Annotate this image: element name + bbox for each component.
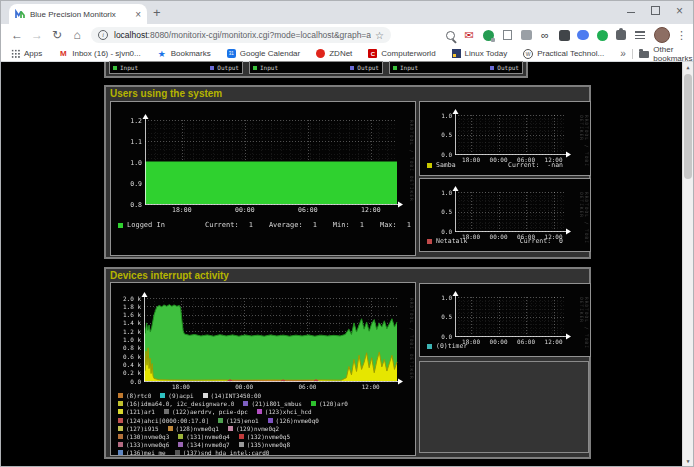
- y-axis-tick: 0.9: [111, 180, 142, 188]
- legend-item: Current:-nan: [508, 161, 563, 169]
- bookmarks-overflow-chevron[interactable]: »: [620, 48, 626, 59]
- graph-panel-netatalk-users[interactable]: Netatalk users (1day)Users1.00.50.018:00…: [419, 178, 591, 252]
- scrollbar-down-arrow-icon[interactable]: ▼: [683, 456, 693, 466]
- legend-item: (124)ahci[0000:00:17.0]: [118, 417, 209, 424]
- vertical-scrollbar[interactable]: ▲ ▼: [682, 62, 693, 466]
- legend-label: (128)nvme0q1: [176, 425, 219, 432]
- profile-avatar[interactable]: [654, 27, 670, 43]
- green-badge-icon[interactable]: [594, 27, 610, 43]
- copy-pages-icon[interactable]: [499, 27, 515, 43]
- extensions-puzzle-icon[interactable]: [613, 27, 629, 43]
- graph-panel-samba-users[interactable]: Samba users (1day)Users1.00.50.018:0000:…: [419, 101, 591, 176]
- bookmark-inbox[interactable]: MInbox (16) - sjvn0...: [58, 49, 140, 59]
- x-axis-tick: 18:00: [167, 383, 195, 390]
- gmail-icon[interactable]: ✉: [461, 27, 477, 43]
- legend-item: (122)aerdrv, pcie-dpc: [164, 408, 248, 415]
- legend-item: (21)i801_smbus: [243, 400, 302, 407]
- legend-item: (131)nvme0q4: [178, 433, 229, 440]
- cutoff-graph-panel[interactable]: InputOutput: [249, 61, 383, 74]
- legend-label: Output: [217, 64, 239, 71]
- card-icon[interactable]: [518, 27, 534, 43]
- scrollbar-up-arrow-icon[interactable]: ▲: [683, 62, 693, 72]
- other-bookmarks-label[interactable]: Other bookmarks: [653, 45, 692, 63]
- legend-swatch: [218, 418, 223, 423]
- legend-stat-label: Current:: [520, 237, 551, 245]
- blue-badge-icon[interactable]: [575, 27, 591, 43]
- y-axis-tick: 1.8 k: [111, 303, 141, 310]
- legend-label: (130)nvme0q3: [126, 433, 169, 440]
- forward-button[interactable]: →: [27, 28, 47, 42]
- bookmark-zdnet[interactable]: ZDNet: [316, 49, 352, 59]
- y-axis-tick: 1.0: [420, 189, 452, 196]
- tune-list-icon[interactable]: [632, 27, 648, 43]
- graph-legend: NetatalkCurrent:0: [427, 237, 586, 245]
- extension-icons: ✉∞: [439, 27, 648, 43]
- browser-tab[interactable]: Blue Precision Monitorix ×: [9, 4, 147, 24]
- legend-item: Input: [113, 64, 138, 71]
- graph-panel-users-logged-in[interactable]: Users logged in (1day)Users1.21.11.00.90…: [110, 101, 416, 256]
- y-axis-tick: 2.0 k: [111, 295, 141, 302]
- bookmark-computerworld[interactable]: CComputerworld: [368, 49, 435, 59]
- scrollbar-thumb[interactable]: [684, 74, 692, 179]
- globe-icon[interactable]: [480, 27, 496, 43]
- legend-label: (8)rtc0: [126, 392, 151, 399]
- graph-panel-interrupt-activity[interactable]: Interrupt activity (1day)Ticks/s2.0 k1.8…: [110, 282, 416, 456]
- back-button[interactable]: ←: [7, 28, 27, 42]
- section-interrupts: Devices interrupt activity Interrupt act…: [104, 267, 591, 459]
- legend-swatch: [164, 409, 169, 414]
- other-bookmarks-folder-icon: [639, 51, 649, 58]
- legend-label: (125)eno1: [226, 417, 259, 424]
- legend-item: Netatalk: [427, 237, 467, 245]
- x-axis-tick: 00:00: [231, 206, 259, 214]
- address-bar[interactable]: i localhost:8080/monitorix-cgi/monitorix…: [91, 27, 391, 43]
- new-tab-button[interactable]: +: [153, 5, 161, 21]
- bookmark-google-calendar[interactable]: 31Google Calendar: [227, 49, 300, 59]
- legend-swatch: [268, 418, 273, 423]
- y-axis-tick: 0.0: [420, 333, 452, 340]
- bookmark-label: Inbox (16) - sjvn0...: [72, 49, 140, 58]
- legend-label: (136)mei_me: [126, 449, 166, 456]
- dark-square-icon[interactable]: [556, 27, 572, 43]
- tab-strip: Blue Precision Monitorix × + ×: [1, 1, 693, 24]
- window-minimize-button[interactable]: [627, 11, 635, 13]
- legend-label: (9)acpi: [168, 392, 193, 399]
- site-info-icon[interactable]: i: [98, 30, 108, 40]
- bookmark-bookmarks[interactable]: ★Bookmarks: [157, 49, 211, 59]
- home-button[interactable]: ⌂: [67, 28, 87, 42]
- bookmark-star-icon[interactable]: ☆: [375, 30, 384, 41]
- bookmark-practical-technology[interactable]: WPractical Technol...: [523, 49, 604, 59]
- legend-label: (14)INT3450:00: [211, 392, 262, 399]
- bookmark-label: Apps: [24, 49, 42, 58]
- bookmark-linux-today[interactable]: Linux Today: [452, 49, 508, 59]
- legend-stat-value: 1: [360, 221, 364, 229]
- legend-row: (8)rtc0(9)acpi(14)INT3450:00: [118, 392, 413, 399]
- tab-close-icon[interactable]: ×: [135, 9, 141, 20]
- cutoff-graph-panel[interactable]: InputOutput: [109, 61, 243, 74]
- window-close-button[interactable]: ×: [676, 7, 683, 15]
- reload-button[interactable]: ↻: [47, 28, 67, 42]
- bookmark-apps-icon: [11, 49, 20, 58]
- browser-menu-kebab-icon[interactable]: ⋮: [676, 29, 687, 42]
- bookmark-label: ZDNet: [329, 49, 352, 58]
- legend-swatch: [118, 393, 123, 398]
- section-users: Users using the system Users logged in (…: [104, 85, 591, 259]
- window-maximize-button[interactable]: [651, 6, 660, 15]
- legend-swatch: [257, 409, 262, 414]
- legend-swatch: [427, 344, 432, 349]
- cutoff-graph-panel[interactable]: InputOutput: [389, 61, 523, 74]
- empty-graph-placeholder: [419, 361, 589, 453]
- bookmark-bookmarks-icon: ★: [157, 49, 167, 59]
- bookmark-apps[interactable]: Apps: [11, 49, 42, 59]
- section-title: Devices interrupt activity: [106, 269, 589, 282]
- legend-label: (134)nvme0q7: [186, 441, 229, 448]
- bookmarks-list: AppsMInbox (16) - sjvn0...★Bookmarks31Go…: [11, 49, 620, 59]
- bookmark-practical-technology-icon: W: [523, 49, 533, 59]
- goggles-icon[interactable]: ∞: [537, 27, 553, 43]
- search-icon[interactable]: [442, 27, 458, 43]
- graph-panel-core-activity[interactable]: Core activity (1day)Ticks/s1.00.50.018:0…: [419, 283, 591, 357]
- legend-label: (132)nvme0q5: [247, 433, 290, 440]
- legend-swatch: [210, 66, 214, 70]
- y-axis-tick: 0.5: [420, 131, 452, 138]
- bookmark-label: Practical Technol...: [537, 49, 604, 58]
- legend-item: Input: [253, 64, 278, 71]
